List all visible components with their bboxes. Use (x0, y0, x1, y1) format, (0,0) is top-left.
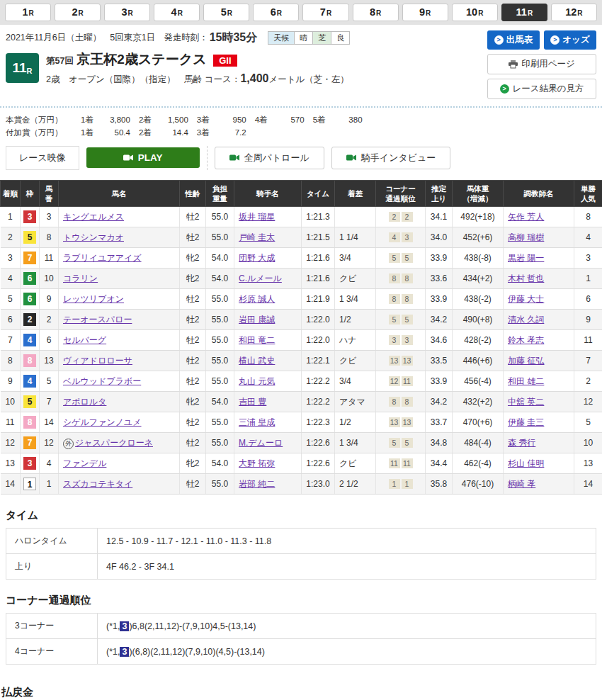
race-tab-4r[interactable]: 4R (154, 4, 200, 21)
jockey-name-link[interactable]: 坂井 瑠星 (239, 212, 275, 222)
jockey-name-link[interactable]: 杉原 誠人 (239, 294, 275, 304)
jockey-name-link[interactable]: 和田 竜二 (239, 335, 275, 345)
horse-name-link[interactable]: ラブリイユアアイズ (63, 253, 142, 263)
prize-place: 1着 (81, 113, 93, 126)
corner-position: 13 (402, 417, 413, 427)
jockey-name-link[interactable]: 団野 大成 (239, 253, 275, 263)
margin: 3/4 (335, 371, 376, 392)
corner-positions: 88 (376, 392, 426, 412)
win-favorite-rank: 10 (574, 433, 602, 453)
jockey-name-link[interactable]: 横山 武史 (239, 356, 275, 366)
meeting-info: 5回東京1日 (110, 32, 155, 44)
odds-button[interactable]: オッズ (544, 30, 596, 50)
sex-age: 牝2 (180, 248, 206, 269)
horse-name-link[interactable]: セルバーグ (63, 335, 106, 345)
trainer-name-link[interactable]: 木村 哲也 (508, 273, 544, 283)
horse-number: 6 (40, 330, 59, 351)
margin: 2 1/2 (335, 474, 376, 495)
jockey-name-link[interactable]: 三浦 皇成 (239, 417, 275, 427)
horse-name-link[interactable]: ファンデル (63, 458, 106, 468)
finish-time: 1:21.6 (302, 248, 335, 269)
race-tab-10r[interactable]: 10R (452, 4, 498, 21)
horse-name-link[interactable]: コラリン (63, 273, 98, 283)
trainer-name-link[interactable]: 清水 久詞 (508, 315, 544, 324)
corner-position: 1 (389, 479, 400, 489)
horse-name-link[interactable]: スズカコテキタイ (63, 479, 132, 489)
jockey-name-link[interactable]: 岩部 純二 (239, 479, 275, 489)
print-page-button[interactable]: 印刷用ページ (487, 54, 596, 74)
horse-name-link[interactable]: ジャスパークローネ (75, 438, 153, 448)
start-time-label: 発走時刻： (164, 32, 208, 44)
race-tab-3r[interactable]: 3R (104, 4, 150, 21)
patrol-video-button[interactable]: 全周パトロール (215, 147, 324, 169)
frame-cell: 8 (21, 351, 40, 371)
trainer-name-link[interactable]: 伊藤 圭三 (508, 417, 544, 427)
race-tab-2r[interactable]: 2R (55, 4, 101, 21)
horse-name-link[interactable]: レッツリブオン (63, 294, 124, 304)
horse-name-link[interactable]: ヴィアドロローサ (63, 356, 132, 366)
trainer-name-link[interactable]: 中舘 英二 (508, 397, 544, 407)
horse-name-link[interactable]: キングエルメス (63, 212, 124, 222)
finish-time: 1:22.6 (302, 433, 335, 453)
race-tabs: 1R2R3R4R5R6R7R8R9R10R11R12R (0, 0, 602, 25)
last-3f-time: 33.5 (426, 351, 453, 371)
finish-position: 5 (1, 289, 21, 310)
video-camera-icon (346, 154, 356, 162)
frame-number: 1 (23, 478, 36, 490)
race-tab-5r[interactable]: 5R (203, 4, 249, 21)
trainer-name-link[interactable]: 黒岩 陽一 (508, 253, 544, 263)
jockey-name-link[interactable]: 大野 拓弥 (239, 458, 275, 468)
trainer-name-link[interactable]: 森 秀行 (508, 438, 535, 448)
jockey-name-link[interactable]: 岩田 康誠 (239, 315, 275, 324)
corner-position: 4 (389, 232, 400, 242)
sex-age: 牝2 (180, 453, 206, 474)
trainer-name-link[interactable]: 矢作 芳人 (508, 212, 544, 222)
race-tab-12r[interactable]: 12R (551, 4, 597, 21)
jockey-interview-button[interactable]: 騎手インタビュー (331, 147, 451, 169)
horse-body-weight: 456(-4) (453, 371, 504, 392)
jockey-name-link[interactable]: M.デムーロ (239, 438, 283, 448)
last-3f-time: 33.9 (426, 371, 453, 392)
entry-table-button[interactable]: 出馬表 (487, 30, 540, 50)
horse-name-link[interactable]: トウシンマカオ (63, 232, 124, 242)
horse-name-link[interactable]: アポロルタ (63, 397, 106, 407)
column-header: 馬 番 (40, 180, 59, 206)
race-tab-6r[interactable]: 6R (253, 4, 299, 21)
trainer-name-link[interactable]: 加藤 征弘 (508, 356, 544, 366)
trainer-name-link[interactable]: 和田 雄二 (508, 376, 544, 386)
trainer-name-link[interactable]: 伊藤 大士 (508, 294, 544, 304)
jockey-name-link[interactable]: 戸崎 圭太 (239, 232, 275, 242)
trainer-name-link[interactable]: 柄崎 孝 (508, 479, 535, 489)
trainer-name-link[interactable]: 杉山 佳明 (508, 458, 544, 468)
sex-age: 牝2 (180, 392, 206, 412)
jockey-cell: 和田 竜二 (234, 330, 302, 351)
frame-cell: 2 (21, 310, 40, 330)
trainer-name-link[interactable]: 鈴木 孝志 (508, 335, 544, 345)
horse-name-link[interactable]: テーオースパロー (63, 315, 132, 324)
patrol-video-label: 全周パトロール (244, 152, 309, 164)
play-button[interactable]: PLAY (86, 147, 200, 168)
trainer-name-link[interactable]: 高柳 瑞樹 (508, 232, 544, 242)
dotted-separator (0, 106, 602, 108)
trainer-cell: 清水 久詞 (504, 310, 574, 330)
horse-body-weight: 484(-4) (453, 433, 504, 453)
race-tab-7r[interactable]: 7R (302, 4, 348, 21)
race-tab-1r[interactable]: 1R (5, 4, 51, 21)
horse-name-link[interactable]: シゲルファンノユメ (63, 417, 142, 427)
jockey-name-link[interactable]: C.ルメール (239, 273, 282, 283)
finish-position: 6 (1, 310, 21, 330)
race-tab-8r[interactable]: 8R (353, 4, 399, 21)
column-header: 推定 上り (426, 180, 453, 206)
jockey-name-link[interactable]: 吉田 豊 (239, 397, 266, 407)
frame-number: 4 (23, 375, 36, 388)
last-up-value: 4F 46.2 - 3F 34.1 (98, 554, 596, 580)
race-tab-11r[interactable]: 11R (501, 4, 547, 21)
corner3-order: (*1,3)6,8(2,11,12)-(7,9,10)4,5-(13,14) (98, 614, 596, 639)
how-to-read-label: レース結果の見方 (513, 83, 584, 95)
race-tab-9r[interactable]: 9R (402, 4, 448, 21)
horse-cell: ベルウッドブラボー (59, 371, 180, 392)
jockey-name-link[interactable]: 丸山 元気 (239, 376, 275, 386)
how-to-read-button[interactable]: レース結果の見方 (487, 79, 596, 99)
sex-age: 牡2 (180, 371, 206, 392)
horse-name-link[interactable]: ベルウッドブラボー (63, 376, 141, 386)
